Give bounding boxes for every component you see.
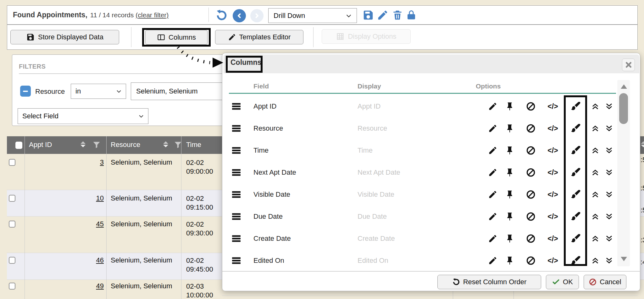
edit-column-icon[interactable] — [488, 168, 497, 177]
drag-handle-icon[interactable] — [232, 190, 241, 199]
pin-column-icon[interactable] — [505, 190, 514, 199]
appt-id-link[interactable]: 3 — [25, 158, 104, 166]
pin-column-icon[interactable] — [505, 256, 514, 265]
code-column-icon[interactable]: </> — [544, 234, 562, 243]
delete-view-button[interactable] — [391, 9, 403, 21]
save-view-button[interactable] — [362, 9, 374, 21]
store-displayed-data-button[interactable]: Store Displayed Data — [10, 30, 119, 44]
drag-handle-icon[interactable] — [232, 146, 241, 155]
edit-column-icon[interactable] — [488, 124, 497, 133]
scroll-down-icon[interactable] — [621, 257, 627, 261]
undo-button[interactable] — [215, 9, 228, 22]
drag-handle-icon[interactable] — [232, 257, 241, 265]
row-checkbox[interactable] — [9, 283, 15, 290]
dialog-close-button[interactable] — [622, 59, 635, 71]
move-up-icon[interactable] — [591, 256, 600, 265]
drag-handle-icon[interactable] — [232, 168, 241, 177]
edit-column-icon[interactable] — [488, 212, 497, 221]
hide-column-icon[interactable] — [526, 145, 536, 155]
hide-column-icon[interactable] — [526, 212, 536, 222]
code-column-icon[interactable]: </> — [544, 257, 562, 265]
filter-funnel-icon[interactable] — [174, 140, 182, 149]
select-all-checkbox[interactable] — [15, 142, 22, 149]
move-up-icon[interactable] — [591, 168, 600, 177]
scrollbar-thumb[interactable] — [619, 93, 628, 124]
sort-icon[interactable] — [163, 141, 168, 147]
filter-funnel-icon[interactable] — [92, 140, 101, 149]
move-down-icon[interactable] — [605, 190, 613, 199]
pin-column-icon[interactable] — [505, 124, 514, 133]
lock-view-button[interactable] — [406, 9, 417, 21]
hide-column-icon[interactable] — [526, 101, 536, 111]
code-column-icon[interactable]: </> — [544, 212, 562, 221]
move-down-icon[interactable] — [605, 212, 613, 221]
brush-column-icon[interactable] — [570, 101, 581, 112]
code-column-icon[interactable]: </> — [544, 124, 562, 133]
brush-column-icon[interactable] — [570, 255, 581, 266]
appt-id-link[interactable]: 46 — [25, 256, 104, 264]
pin-column-icon[interactable] — [505, 168, 514, 177]
move-down-icon[interactable] — [605, 146, 613, 155]
edit-column-icon[interactable] — [488, 146, 497, 155]
edit-view-button[interactable] — [377, 9, 389, 21]
ok-button[interactable]: OK — [546, 275, 579, 289]
columns-button[interactable]: Columns — [145, 30, 208, 45]
drag-handle-icon[interactable] — [232, 102, 241, 111]
drag-handle-icon[interactable] — [232, 234, 241, 243]
code-column-icon[interactable]: </> — [544, 146, 562, 155]
move-down-icon[interactable] — [605, 168, 613, 177]
move-down-icon[interactable] — [605, 102, 613, 111]
hide-column-icon[interactable] — [526, 189, 536, 200]
appt-id-link[interactable]: 49 — [25, 282, 104, 290]
edit-column-icon[interactable] — [488, 256, 497, 265]
pin-column-icon[interactable] — [505, 212, 514, 221]
brush-column-icon[interactable] — [570, 123, 581, 134]
row-checkbox[interactable] — [9, 195, 15, 202]
brush-column-icon[interactable] — [570, 233, 581, 244]
view-select[interactable]: Drill Down — [268, 8, 357, 23]
dialog-scrollbar[interactable] — [617, 80, 630, 266]
pin-column-icon[interactable] — [505, 234, 514, 243]
row-checkbox[interactable] — [9, 221, 15, 228]
brush-column-icon[interactable] — [570, 189, 581, 200]
move-up-icon[interactable] — [591, 212, 600, 221]
reset-column-order-button[interactable]: Reset Column Order — [437, 275, 541, 289]
pin-column-icon[interactable] — [505, 146, 514, 155]
code-column-icon[interactable]: </> — [544, 190, 562, 199]
scroll-up-icon[interactable] — [621, 84, 627, 89]
brush-column-icon[interactable] — [570, 211, 581, 222]
hide-column-icon[interactable] — [526, 256, 536, 266]
brush-column-icon[interactable] — [570, 167, 581, 178]
code-column-icon[interactable]: </> — [544, 168, 562, 177]
add-filter-field-select[interactable]: Select Field — [18, 108, 148, 124]
col-header-time[interactable]: Time — [186, 141, 201, 149]
code-column-icon[interactable]: </> — [544, 102, 562, 111]
move-down-icon[interactable] — [605, 124, 613, 133]
edit-column-icon[interactable] — [488, 190, 497, 199]
move-up-icon[interactable] — [591, 146, 600, 155]
drag-handle-icon[interactable] — [232, 212, 241, 221]
clear-filter-link[interactable]: (clear filter) — [136, 11, 169, 19]
edit-column-icon[interactable] — [488, 234, 497, 243]
hide-column-icon[interactable] — [526, 167, 536, 178]
hide-column-icon[interactable] — [526, 234, 536, 244]
row-checkbox[interactable] — [9, 257, 15, 264]
remove-filter-button[interactable] — [20, 86, 31, 97]
move-down-icon[interactable] — [605, 256, 613, 265]
forward-button[interactable] — [250, 9, 264, 22]
drag-handle-icon[interactable] — [232, 124, 241, 133]
cancel-button[interactable]: Cancel — [584, 275, 626, 289]
edit-column-icon[interactable] — [488, 102, 497, 111]
move-down-icon[interactable] — [605, 234, 613, 243]
sort-icon[interactable] — [80, 141, 86, 147]
appt-id-link[interactable]: 10 — [25, 194, 104, 202]
appt-id-link[interactable]: 45 — [25, 220, 104, 228]
hide-column-icon[interactable] — [526, 123, 536, 133]
brush-column-icon[interactable] — [570, 145, 581, 156]
templates-editor-button[interactable]: Templates Editor — [215, 30, 303, 44]
col-header-resource[interactable]: Resource — [111, 141, 140, 149]
back-button[interactable] — [233, 9, 246, 22]
col-header-appt-id[interactable]: Appt ID — [29, 141, 52, 149]
move-up-icon[interactable] — [591, 234, 600, 243]
move-up-icon[interactable] — [591, 102, 600, 111]
